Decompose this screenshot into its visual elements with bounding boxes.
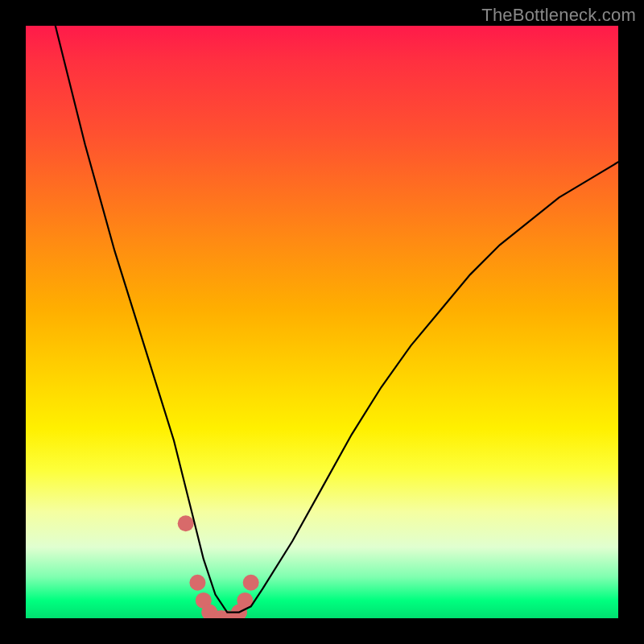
marker-dot — [243, 575, 259, 591]
plot-area — [26, 26, 618, 618]
watermark-text: TheBottleneck.com — [481, 5, 636, 26]
bottleneck-curve — [56, 26, 618, 613]
curve-svg — [26, 26, 618, 618]
marker-dot — [189, 575, 205, 591]
marker-group — [178, 515, 259, 618]
marker-dot — [178, 515, 194, 531]
chart-frame: TheBottleneck.com — [0, 0, 644, 644]
